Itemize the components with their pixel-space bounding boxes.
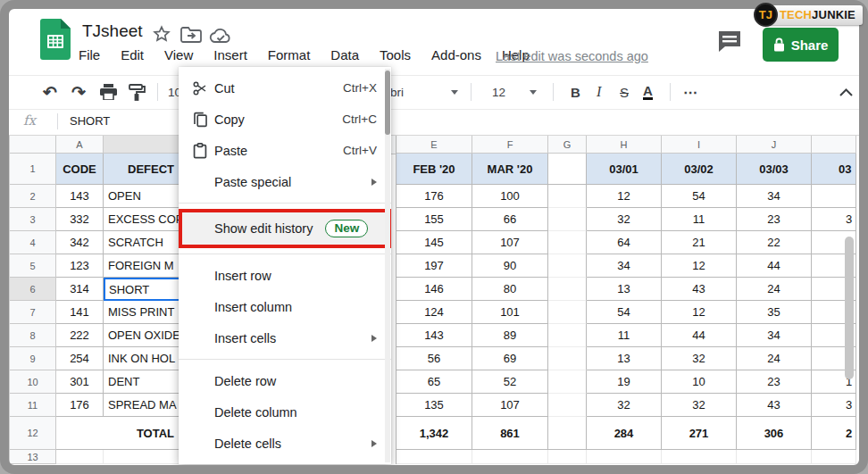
cell[interactable]: 34	[737, 324, 812, 347]
cell[interactable]: 03/03	[737, 154, 812, 185]
bold-button[interactable]: B	[571, 76, 580, 108]
italic-button[interactable]: I	[597, 76, 601, 108]
cell[interactable]: 13	[587, 347, 662, 370]
google-sheets-logo-icon[interactable]	[40, 19, 71, 60]
cell[interactable]: 32	[587, 394, 662, 417]
cell[interactable]	[548, 417, 587, 450]
cell[interactable]	[472, 450, 548, 464]
formula-input[interactable]: SHORT	[70, 114, 110, 128]
cell[interactable]: 222	[56, 324, 104, 347]
cell[interactable]: 101	[472, 301, 548, 324]
col-header-b[interactable]	[104, 136, 179, 154]
menu-item-insert-cells[interactable]: Insert cells	[179, 322, 391, 353]
cell[interactable]	[548, 154, 587, 185]
font-size-select[interactable]: 12	[492, 76, 505, 108]
strikethrough-button[interactable]: S	[620, 76, 629, 108]
cell[interactable]	[548, 231, 587, 254]
cell[interactable]: EXCESS COP	[104, 208, 179, 231]
menu-item-insert-column[interactable]: Insert column	[179, 291, 391, 322]
cell[interactable]: 197	[396, 254, 472, 278]
cell[interactable]: 34	[587, 254, 662, 278]
cell[interactable]: 12	[587, 185, 662, 208]
menu-item-delete-column[interactable]: Delete column	[179, 396, 391, 428]
cell[interactable]: 19	[587, 370, 662, 394]
row-header[interactable]: 7	[10, 301, 56, 324]
cell[interactable]: 32	[662, 394, 737, 417]
cell[interactable]: 176	[396, 185, 472, 208]
col-header-a[interactable]: A	[56, 136, 104, 154]
menu-item-cut[interactable]: Cut Ctrl+X	[179, 72, 391, 104]
menu-addons[interactable]: Add-ons	[431, 47, 481, 62]
total-cell[interactable]: 284	[587, 417, 662, 450]
cell[interactable]: 44	[662, 324, 737, 347]
cell[interactable]: 11	[662, 208, 737, 231]
cell[interactable]	[812, 185, 856, 208]
cell[interactable]: 03/01	[587, 154, 662, 185]
menu-file[interactable]: File	[79, 47, 100, 62]
cell[interactable]: 332	[56, 208, 104, 231]
formula-bar[interactable]: fx SHORT	[7, 108, 861, 136]
total-cell[interactable]: 271	[662, 417, 737, 450]
cell[interactable]: 3	[812, 394, 856, 417]
menu-item-delete-row[interactable]: Delete row	[179, 365, 391, 396]
col-header-g[interactable]: G	[548, 136, 587, 154]
cell[interactable]: 44	[737, 254, 812, 278]
cell[interactable]: 141	[56, 301, 104, 324]
cell[interactable]: SCRATCH	[104, 231, 179, 254]
font-family-select[interactable]: bri	[390, 76, 404, 108]
move-to-folder-icon[interactable]	[180, 27, 202, 43]
menu-item-paste-special[interactable]: Paste special	[179, 166, 391, 197]
cell[interactable]	[104, 450, 179, 464]
cell[interactable]	[548, 370, 587, 394]
cell[interactable]: 35	[737, 301, 812, 324]
collapse-toolbar-icon[interactable]	[839, 76, 853, 108]
doc-title[interactable]: TJsheet	[82, 21, 143, 41]
row-header[interactable]: 11	[10, 394, 56, 417]
cell[interactable]	[548, 450, 587, 464]
cell[interactable]: CODE	[56, 154, 104, 185]
menu-format[interactable]: Format	[268, 47, 311, 62]
cell[interactable]	[548, 278, 587, 301]
cell[interactable]: 89	[472, 324, 548, 347]
cell[interactable]: 145	[396, 231, 472, 254]
cell[interactable]: 43	[662, 278, 737, 301]
cell[interactable]: DENT	[104, 370, 179, 394]
col-header-i[interactable]: I	[662, 136, 737, 154]
cell[interactable]	[587, 450, 662, 464]
cell[interactable]: FOREIGN M	[104, 254, 179, 278]
cell[interactable]: 23	[737, 208, 812, 231]
cell[interactable]: 43	[737, 394, 812, 417]
cell[interactable]: 64	[587, 231, 662, 254]
row-header[interactable]: 9	[10, 347, 56, 370]
cell[interactable]	[396, 450, 472, 464]
row-header[interactable]: 12	[10, 417, 56, 450]
cell[interactable]: 13	[587, 278, 662, 301]
font-family-caret-icon[interactable]	[451, 76, 458, 108]
total-cell[interactable]: TOTAL	[56, 417, 179, 450]
cell[interactable]: 22	[737, 231, 812, 254]
cell[interactable]: 314	[56, 278, 104, 301]
cell[interactable]: 65	[396, 370, 472, 394]
cell[interactable]: 03	[812, 154, 856, 185]
row-header[interactable]: 6	[10, 278, 56, 301]
cell[interactable]: 21	[662, 231, 737, 254]
text-color-button[interactable]: A	[643, 76, 653, 108]
print-icon[interactable]	[100, 76, 117, 108]
cell[interactable]: 23	[737, 370, 812, 394]
cell[interactable]	[662, 450, 737, 464]
menu-scrollbar-thumb[interactable]	[385, 71, 390, 135]
paint-format-icon[interactable]	[129, 76, 146, 108]
cell[interactable]: FEB '20	[396, 154, 472, 185]
cell[interactable]: 124	[396, 301, 472, 324]
cell[interactable]: 123	[56, 254, 104, 278]
cell[interactable]: 143	[396, 324, 472, 347]
cell[interactable]	[548, 324, 587, 347]
menu-data[interactable]: Data	[330, 47, 359, 62]
menu-tools[interactable]: Tools	[380, 47, 411, 62]
cell[interactable]: SPREAD MA	[104, 394, 179, 417]
total-cell[interactable]: 861	[472, 417, 548, 450]
menu-item-insert-row[interactable]: Insert row	[179, 260, 391, 291]
cell[interactable]	[56, 450, 104, 464]
col-header-f[interactable]: F	[472, 136, 548, 154]
cell[interactable]: 90	[472, 254, 548, 278]
